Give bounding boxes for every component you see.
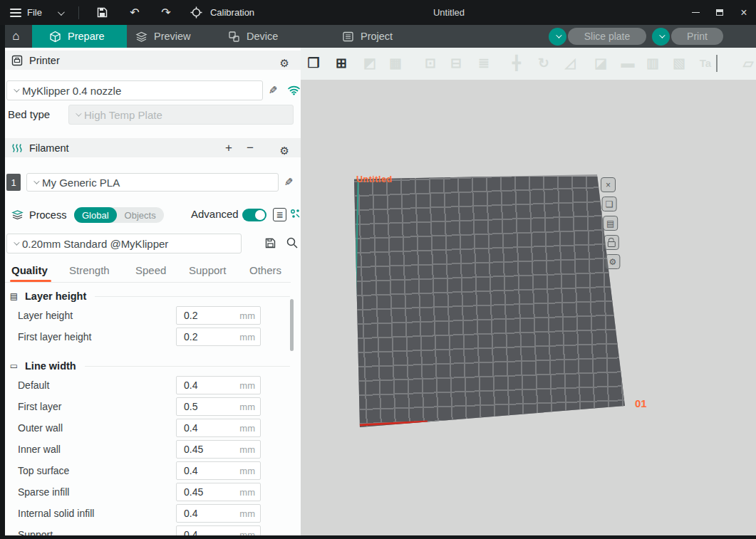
print-options-chevron-icon[interactable] (652, 28, 670, 46)
group-divider (95, 296, 290, 297)
rotate-icon[interactable]: ↻ (534, 53, 554, 73)
tab-speed[interactable]: Speed (135, 264, 166, 276)
setting-input[interactable]: 0.2mm (176, 328, 261, 346)
add-filament-icon[interactable]: + (222, 141, 235, 155)
printer-edit-icon[interactable]: ✎ (269, 84, 278, 97)
toolbar-separator (716, 55, 718, 72)
seam-painting-icon[interactable]: ▱ (738, 53, 756, 73)
build-plate-grid (352, 177, 628, 429)
setting-value: 0.4 (184, 465, 197, 476)
setting-label: Default (18, 380, 49, 391)
redo-icon[interactable]: ↷ (159, 6, 173, 19)
slice-options-chevron-icon[interactable] (549, 28, 566, 46)
setting-row: Outer wall0.4mm (5, 417, 296, 439)
remove-filament-icon[interactable]: − (244, 141, 257, 155)
printer-section-title: Printer (29, 55, 60, 66)
setting-input[interactable]: 0.45mm (176, 440, 261, 459)
close-button[interactable]: × (732, 0, 756, 25)
printer-connection-icon[interactable] (287, 84, 301, 95)
tab-project[interactable]: Project (342, 25, 393, 48)
project-icon (342, 31, 354, 43)
plate-tools: ×❏▤⚙ (601, 177, 616, 269)
save-icon[interactable] (96, 6, 110, 19)
setting-unit: mm (239, 402, 255, 412)
setting-group-title: Line width (25, 360, 76, 372)
tab-support[interactable]: Support (189, 264, 227, 276)
text-icon[interactable]: Ta (695, 53, 715, 73)
undo-icon[interactable]: ↶ (128, 6, 142, 19)
tab-label: Device (247, 31, 278, 42)
title-bar: File ↶ ↷ Calibration Untitled × (0, 0, 756, 25)
tabs-divider (5, 282, 291, 283)
setting-unit: mm (239, 466, 255, 476)
print-button[interactable]: Print (671, 28, 723, 45)
preset-list-icon[interactable]: ≣ (273, 208, 286, 221)
build-plate[interactable] (348, 171, 633, 434)
setting-input[interactable]: 0.45mm (176, 483, 261, 501)
filament-preset-dropdown[interactable]: My Generic PLA (26, 173, 279, 192)
arrange-icon[interactable]: ▦ (385, 53, 405, 73)
3d-viewport[interactable]: ❒⊞◩▦⊡⊟≣╋↻◿◪▬▥▧Ta▱ Untitled 01 ×❏▤⚙ (301, 48, 756, 539)
add-object-icon[interactable]: ❒ (304, 53, 323, 73)
maximize-button[interactable] (708, 0, 732, 25)
printer-settings-gear-icon[interactable]: ⚙ (280, 57, 289, 70)
setting-input[interactable]: 0.4mm (176, 376, 261, 394)
filament-edit-icon[interactable]: ✎ (284, 176, 294, 189)
slice-plate-button[interactable]: Slice plate (568, 28, 646, 45)
move-icon[interactable]: ╋ (507, 53, 527, 73)
setting-label: Top surface (18, 465, 69, 476)
tab-strength[interactable]: Strength (69, 264, 110, 276)
split-icon[interactable]: ▥ (643, 53, 663, 73)
place-on-face-icon[interactable]: ◪ (591, 53, 611, 73)
tab-quality[interactable]: Quality (11, 264, 48, 276)
scale-icon[interactable]: ◿ (560, 53, 580, 73)
setting-input[interactable]: 0.4mm (176, 461, 261, 480)
tab-device[interactable]: Device (228, 25, 278, 48)
preview-icon (135, 31, 147, 43)
tab-others[interactable]: Others (249, 264, 281, 276)
auto-orient-icon[interactable]: ◩ (360, 53, 380, 73)
orient-plate-icon[interactable]: ❏ (602, 197, 617, 211)
tab-prepare[interactable]: Prepare (32, 25, 127, 48)
plate-name-label[interactable]: Untitled (356, 174, 393, 184)
advanced-toggle[interactable] (242, 209, 266, 221)
bed-type-dropdown[interactable]: High Temp Plate (68, 105, 294, 125)
save-preset-icon[interactable] (264, 237, 276, 249)
cut-icon[interactable]: ▬ (618, 53, 638, 73)
copy-icon[interactable]: ⊡ (420, 53, 440, 73)
paste-icon[interactable]: ⊟ (446, 53, 466, 73)
mesh-boolean-icon[interactable]: ▧ (669, 53, 689, 73)
calibration-menu[interactable]: Calibration (210, 7, 254, 18)
calibration-icon[interactable] (190, 6, 204, 19)
scope-objects-button[interactable]: Objects (117, 207, 164, 223)
setting-input[interactable]: 0.5mm (176, 397, 261, 416)
delete-plate-icon[interactable]: × (601, 177, 616, 192)
scope-global-button[interactable]: Global (74, 207, 117, 223)
plate-settings-icon[interactable]: ⚙ (605, 254, 620, 269)
parameter-table-icon[interactable] (289, 208, 301, 223)
printer-preset-dropdown[interactable]: MyKlipper 0.4 nozzle (6, 80, 263, 100)
file-menu[interactable]: File (27, 7, 42, 18)
menu-icon[interactable] (10, 9, 21, 17)
setting-group-header[interactable]: ▭Line width (5, 357, 296, 375)
tab-preview[interactable]: Preview (135, 25, 191, 48)
assembly-view-icon[interactable]: ≣ (474, 53, 494, 73)
arrange-plate-icon[interactable]: ▤ (603, 216, 618, 231)
settings-scrollbar[interactable] (290, 299, 294, 351)
tab-label: Project (361, 31, 393, 42)
setting-input[interactable]: 0.4mm (176, 419, 261, 437)
process-preset-dropdown[interactable]: 0.20mm Standard @MyKlipper (6, 234, 242, 253)
lock-plate-icon[interactable] (604, 235, 619, 250)
setting-input[interactable]: 0.2mm (176, 306, 261, 325)
search-settings-icon[interactable] (286, 236, 299, 252)
tab-label: Preview (154, 31, 191, 42)
file-menu-chevron-icon[interactable] (58, 7, 63, 18)
minimize-button[interactable] (683, 0, 708, 25)
setting-unit: mm (239, 487, 255, 498)
setting-input[interactable]: 0.4mm (176, 504, 261, 523)
filament-settings-gear-icon[interactable]: ⚙ (280, 145, 289, 157)
setting-value: 0.4 (184, 422, 197, 434)
setting-group-header[interactable]: ▤Layer height (5, 288, 296, 305)
add-plate-icon[interactable]: ⊞ (331, 53, 351, 73)
setting-unit: mm (239, 380, 255, 391)
